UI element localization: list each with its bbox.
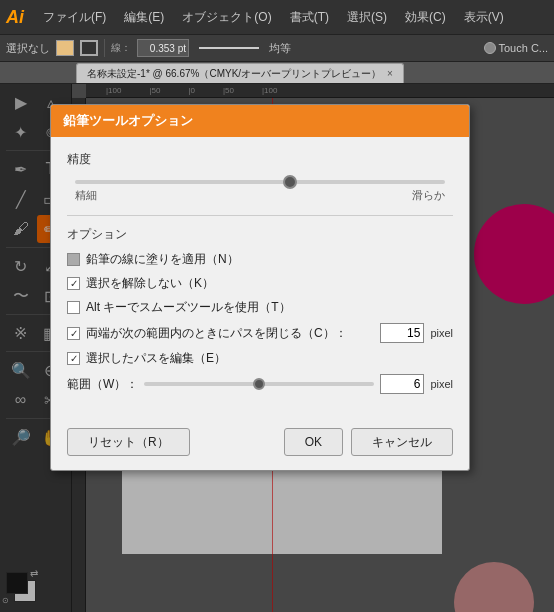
option-row-deselect: 選択を解除しない（K） [67,275,453,292]
slider-right-label: 滑らか [412,188,445,203]
option-row-edit-path: 選択したパスを編集（E） [67,350,453,367]
touch-workspace: Touch C... [484,42,548,54]
reset-button[interactable]: リセット（R） [67,428,190,456]
toolbar: 選択なし 線： 均等 Touch C... [0,34,554,62]
select-none-label: 選択なし [6,41,50,56]
menu-effect[interactable]: 効果(C) [398,5,453,30]
range-unit: pixel [430,378,453,390]
checkbox-edit-path[interactable] [67,352,80,365]
range-slider-thumb[interactable] [253,378,265,390]
range-slider-track [144,382,374,386]
option-alt-smooth-label: Alt キーでスムーズツールを使用（T） [86,299,291,316]
dialog-title-text: 鉛筆ツールオプション [63,112,193,130]
tab-bar: 名称未設定-1* @ 66.67%（CMYK/オーバープリントプレビュー） × [0,62,554,84]
slider-left-label: 精細 [75,188,97,203]
range-value-input[interactable] [380,374,424,394]
accuracy-slider-thumb[interactable] [283,175,297,189]
tab-close-button[interactable]: × [387,68,393,79]
dialog-title-bar[interactable]: 鉛筆ツールオプション [51,105,469,137]
menu-view[interactable]: 表示(V) [457,5,511,30]
close-path-value-input[interactable] [380,323,424,343]
ok-button[interactable]: OK [284,428,343,456]
option-fill-label: 鉛筆の線に塗りを適用（N） [86,251,239,268]
fill-color-swatch[interactable] [56,40,74,56]
checkbox-fill[interactable] [67,253,80,266]
menu-bar: Ai ファイル(F) 編集(E) オブジェクト(O) 書式(T) 選択(S) 効… [0,0,554,34]
app-logo: Ai [6,7,24,28]
menu-file[interactable]: ファイル(F) [36,5,113,30]
stroke-weight-input[interactable] [137,39,189,57]
checkbox-deselect[interactable] [67,277,80,290]
pencil-tool-options-dialog: 鉛筆ツールオプション 精度 精細 滑らか オプション 鉛筆の線に塗りを適用（N） [50,104,470,471]
stroke-color-swatch[interactable] [80,40,98,56]
options-section-label: オプション [67,226,453,243]
slider-labels: 精細 滑らか [75,188,445,203]
stroke-line-preview [199,47,259,49]
dialog-buttons-right: OK キャンセル [284,428,453,456]
option-deselect-label: 選択を解除しない（K） [86,275,214,292]
section-divider [67,215,453,216]
accuracy-slider-track [75,180,445,184]
menu-edit[interactable]: 編集(E) [117,5,171,30]
stroke-label: 線： [111,41,131,55]
dialog-body: 精度 精細 滑らか オプション 鉛筆の線に塗りを適用（N） [51,137,469,422]
option-row-fill: 鉛筆の線に塗りを適用（N） [67,251,453,268]
checkbox-alt-smooth[interactable] [67,301,80,314]
menu-object[interactable]: オブジェクト(O) [175,5,278,30]
menu-select[interactable]: 選択(S) [340,5,394,30]
toolbar-separator [104,39,105,57]
menu-type[interactable]: 書式(T) [283,5,336,30]
main-area: ▶ ▵ ✦ ⌾ ✒ T ╱ ▭ 🖌 ✏ ↻ ⤢ 〜 ⊡ ※ [0,84,554,612]
tab-title: 名称未設定-1* @ 66.67%（CMYK/オーバープリントプレビュー） [87,67,381,81]
cancel-button[interactable]: キャンセル [351,428,453,456]
touch-label: Touch C... [498,42,548,54]
range-label: 範囲（W）： [67,376,138,393]
document-tab[interactable]: 名称未設定-1* @ 66.67%（CMYK/オーバープリントプレビュー） × [76,63,404,83]
uniform-label: 均等 [269,41,291,56]
option-row-alt-smooth: Alt キーでスムーズツールを使用（T） [67,299,453,316]
dialog-buttons: リセット（R） OK キャンセル [51,422,469,470]
accuracy-slider-container: 精細 滑らか [67,180,453,203]
touch-icon [484,42,496,54]
option-edit-path-label: 選択したパスを編集（E） [86,350,226,367]
option-row-close-path: 両端が次の範囲内のときにパスを閉じる（C）： pixel [67,323,453,343]
option-close-path-label: 両端が次の範囲内のときにパスを閉じる（C）： [86,325,374,342]
accuracy-section-label: 精度 [67,151,453,168]
close-path-unit: pixel [430,327,453,339]
range-row: 範囲（W）： pixel [67,374,453,394]
checkbox-close-path[interactable] [67,327,80,340]
